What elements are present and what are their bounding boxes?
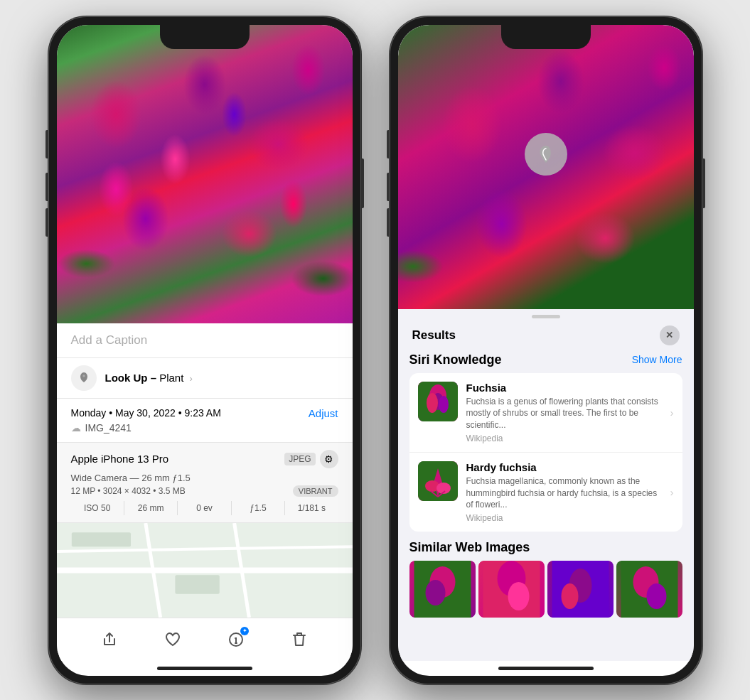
svg-point-11 <box>439 396 449 413</box>
gear-button[interactable]: ⚙ <box>320 450 338 468</box>
map-background <box>57 523 353 618</box>
hardy-thumbnail <box>418 461 458 501</box>
hardy-content: Hardy fuchsia Fuchsia magellanica, commo… <box>466 461 662 523</box>
similar-title: Similar Web Images <box>409 540 682 555</box>
filename: IMG_4241 <box>85 422 132 434</box>
show-more-button[interactable]: Show More <box>632 354 682 365</box>
date-text: Monday • May 30, 2022 • 9:23 AM <box>71 407 221 419</box>
fuchsia-source: Wikipedia <box>466 434 662 443</box>
caption-placeholder[interactable]: Add a Caption <box>71 333 148 347</box>
bottom-toolbar: ✦ <box>57 618 353 661</box>
svg-point-17 <box>425 580 445 605</box>
photo-info-section: Monday • May 30, 2022 • 9:23 AM Adjust ☁… <box>57 399 353 443</box>
map-roads <box>57 523 353 618</box>
filename-row: ☁ IMG_4241 <box>71 422 338 434</box>
svg-rect-6 <box>175 575 219 594</box>
lookup-icon <box>71 365 97 391</box>
favorite-button[interactable] <box>159 625 187 654</box>
camera-row: Apple iPhone 13 Pro JPEG ⚙ <box>71 450 338 468</box>
wide-camera: Wide Camera — 26 mm ƒ1.5 <box>71 473 338 483</box>
cloud-icon: ☁ <box>71 422 81 434</box>
delete-button[interactable] <box>285 625 314 654</box>
similar-image-2[interactable] <box>478 561 545 618</box>
results-panel: Results ✕ Siri Knowledge Show More <box>398 309 694 661</box>
photo-area[interactable] <box>57 25 353 323</box>
left-phone-screen: Add a Caption Look Up – Plant › <box>57 25 353 676</box>
left-phone: Add a Caption Look Up – Plant › <box>48 16 361 684</box>
date-row: Monday • May 30, 2022 • 9:23 AM Adjust <box>71 407 338 419</box>
similar-section: Similar Web Images <box>409 540 682 618</box>
lookup-chevron: › <box>190 373 193 384</box>
results-handle <box>532 315 560 318</box>
exif-shutter: 1/181 s <box>285 501 338 515</box>
results-content: Siri Knowledge Show More <box>398 352 694 661</box>
close-button[interactable]: ✕ <box>660 325 680 345</box>
fuchsia-thumb-image <box>418 382 458 421</box>
right-notch <box>501 25 591 49</box>
camera-name: Apple iPhone 13 Pro <box>71 453 169 465</box>
info-button[interactable]: ✦ <box>222 625 250 654</box>
camera-badges: JPEG ⚙ <box>284 450 338 468</box>
lookup-label: Look Up – Plant › <box>105 372 193 384</box>
right-phone-screen: Results ✕ Siri Knowledge Show More <box>398 25 694 676</box>
caption-area[interactable]: Add a Caption <box>57 323 353 358</box>
notch <box>160 25 250 49</box>
results-header: Results ✕ <box>398 321 694 352</box>
hardy-chevron: › <box>670 486 674 498</box>
info-dot: ✦ <box>240 627 249 635</box>
camera-section: Apple iPhone 13 Pro JPEG ⚙ Wide Camera —… <box>57 443 353 523</box>
siri-badge <box>525 133 567 176</box>
flower-photo[interactable] <box>57 25 353 323</box>
right-home-indicator <box>498 667 594 670</box>
results-title: Results <box>412 328 456 343</box>
knowledge-item-hardy[interactable]: Hardy fuchsia Fuchsia magellanica, commo… <box>409 453 682 532</box>
svg-point-10 <box>427 393 438 413</box>
fuchsia-chevron: › <box>670 406 674 419</box>
right-photo-area[interactable] <box>398 25 694 309</box>
siri-knowledge-header: Siri Knowledge Show More <box>409 352 682 367</box>
home-indicator <box>157 667 252 670</box>
siri-knowledge-title: Siri Knowledge <box>409 352 502 367</box>
fuchsia-thumbnail <box>418 382 458 421</box>
hardy-description: Fuchsia magellanica, commonly known as t… <box>466 475 662 511</box>
knowledge-item-fuchsia[interactable]: Fuchsia Fuchsia is a genus of flowering … <box>409 373 682 453</box>
share-button[interactable] <box>95 625 124 654</box>
vibrant-badge: VIBRANT <box>293 485 338 497</box>
exif-aperture: ƒ1.5 <box>232 501 285 515</box>
exif-focal: 26 mm <box>124 501 178 515</box>
fuchsia-content: Fuchsia Fuchsia is a genus of flowering … <box>466 382 662 443</box>
exif-row: ISO 50 26 mm 0 ev ƒ1.5 1/181 s <box>71 501 338 515</box>
app-container: Add a Caption Look Up – Plant › <box>34 2 717 699</box>
siri-leaf-icon <box>535 143 557 166</box>
adjust-button[interactable]: Adjust <box>309 407 338 419</box>
fuchsia-title: Fuchsia <box>466 382 662 394</box>
lookup-row[interactable]: Look Up – Plant › <box>57 358 353 399</box>
exif-ev: 0 ev <box>178 501 231 515</box>
knowledge-card: Fuchsia Fuchsia is a genus of flowering … <box>409 373 682 532</box>
fuchsia-description: Fuchsia is a genus of flowering plants t… <box>466 396 662 431</box>
svg-point-20 <box>508 582 529 610</box>
format-badge: JPEG <box>284 453 315 465</box>
spec-row: 12 MP • 3024 × 4032 • 3.5 MB VIBRANT <box>71 485 338 497</box>
svg-rect-5 <box>71 532 130 546</box>
similar-image-1[interactable] <box>409 561 476 618</box>
similar-image-3[interactable] <box>547 561 614 618</box>
similar-image-4[interactable] <box>616 561 682 618</box>
right-phone: Results ✕ Siri Knowledge Show More <box>390 16 702 684</box>
map-area[interactable] <box>57 523 353 618</box>
hardy-title: Hardy fuchsia <box>466 461 662 473</box>
similar-images-row <box>409 561 682 618</box>
camera-specs: 12 MP • 3024 × 4032 • 3.5 MB <box>71 486 186 496</box>
hardy-source: Wikipedia <box>466 513 662 523</box>
svg-point-26 <box>646 583 666 609</box>
svg-point-23 <box>561 583 578 609</box>
exif-iso: ISO 50 <box>71 501 124 515</box>
hardy-thumb-image <box>418 461 458 501</box>
